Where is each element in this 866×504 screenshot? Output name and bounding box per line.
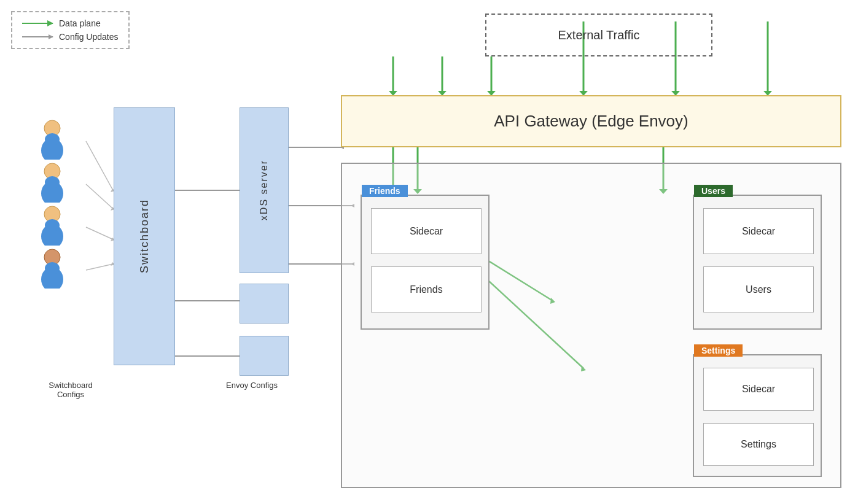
- envoy-small-box-2: [240, 336, 289, 376]
- friends-service-box: Friends: [371, 266, 482, 312]
- friends-sidecar-box: Sidecar: [371, 208, 482, 254]
- users-service-outer: Users Sidecar Users: [693, 195, 822, 330]
- envoy-configs-label: Envoy Configs: [218, 381, 286, 390]
- settings-service-outer: Settings Sidecar Settings: [693, 354, 822, 477]
- svg-point-58: [45, 219, 60, 231]
- envoy-small-box-1: [240, 284, 289, 324]
- friends-sidecar-label: Sidecar: [410, 226, 443, 237]
- settings-service-inner-label: Settings: [741, 439, 776, 450]
- settings-sidecar-label: Sidecar: [742, 384, 775, 395]
- legend-data-plane: Data plane: [22, 18, 119, 28]
- svg-line-31: [86, 141, 113, 190]
- svg-line-34: [86, 264, 113, 270]
- switchboard-configs-label: Switchboard Configs: [37, 381, 104, 399]
- diagram-container: Data plane Config Updates External Traff…: [0, 0, 866, 504]
- users-tab: Users: [694, 185, 733, 197]
- users-sidecar-label: Sidecar: [742, 226, 775, 237]
- user-figure-2: [37, 163, 68, 205]
- users-service-box: Users: [703, 266, 814, 312]
- settings-tab: Settings: [694, 344, 743, 357]
- friends-service-inner-label: Friends: [410, 284, 442, 295]
- settings-sidecar-box: Sidecar: [703, 368, 814, 411]
- svg-point-61: [45, 262, 60, 274]
- user-figure-3: [37, 206, 68, 248]
- svg-point-55: [45, 176, 60, 188]
- users-service-inner-label: Users: [746, 284, 771, 295]
- external-traffic-box: External Traffic: [485, 14, 712, 56]
- user-figure-4: [37, 249, 68, 291]
- xds-server-box: xDS server: [240, 107, 289, 273]
- config-updates-arrow-icon: [22, 36, 53, 37]
- friends-service-outer: Friends Sidecar Friends: [361, 195, 490, 330]
- config-updates-label: Config Updates: [59, 32, 119, 42]
- api-gateway-box: API Gateway (Edge Envoy): [341, 95, 841, 147]
- svg-line-33: [86, 227, 113, 239]
- data-plane-arrow-icon: [22, 23, 53, 24]
- data-plane-label: Data plane: [59, 18, 101, 28]
- settings-service-box: Settings: [703, 423, 814, 466]
- legend-box: Data plane Config Updates: [11, 11, 130, 49]
- switchboard-label: Switchboard: [138, 199, 151, 273]
- switchboard-box: Switchboard: [114, 107, 175, 365]
- svg-line-32: [86, 184, 113, 209]
- svg-point-52: [45, 133, 60, 145]
- legend-config-updates: Config Updates: [22, 32, 119, 42]
- xds-label: xDS server: [259, 160, 270, 220]
- friends-tab: Friends: [362, 185, 408, 197]
- external-traffic-label: External Traffic: [558, 28, 639, 42]
- users-sidecar-box: Sidecar: [703, 208, 814, 254]
- service-mesh-box: Friends Sidecar Friends Users Sidecar U: [341, 163, 841, 488]
- user-figure-1: [37, 120, 68, 162]
- api-gateway-label: API Gateway (Edge Envoy): [494, 112, 688, 131]
